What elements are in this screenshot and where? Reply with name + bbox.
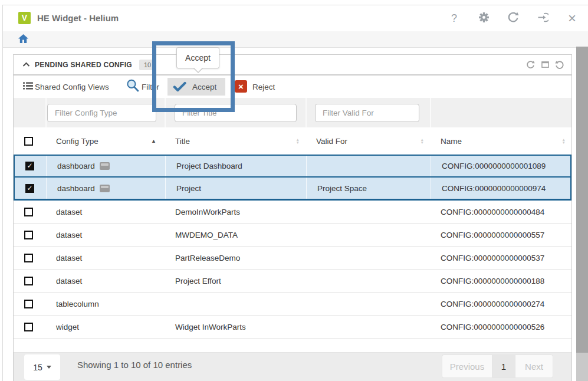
showing-entries-text: Showing 1 to 10 of 10 entries	[77, 353, 192, 377]
row-checkbox[interactable]	[24, 323, 33, 331]
row-checkbox[interactable]	[24, 231, 33, 239]
config-type-value: dataset	[56, 277, 82, 285]
count-badge: 10	[139, 60, 156, 70]
title-value: MWDEMO_DATA	[165, 224, 306, 246]
pending-shared-config-header: PENDING SHARED CONFIG 10	[13, 54, 572, 75]
sort-icon: ▲▼	[296, 138, 306, 144]
row-checkbox[interactable]	[24, 254, 33, 262]
row-checkbox[interactable]	[24, 300, 33, 308]
config-type-value: widget	[56, 323, 79, 331]
title-value: DemoInWorkParts	[165, 201, 306, 223]
filter-title-input[interactable]	[175, 104, 297, 122]
valid-for-value	[306, 270, 430, 292]
valid-for-value	[306, 201, 430, 223]
table-header-row: Config Type ▲ Title ▲▼ Valid For ▲▼ Name…	[14, 127, 571, 155]
refresh-icon	[507, 11, 519, 25]
exit-button[interactable]	[536, 11, 549, 25]
table-row[interactable]: dataset DemoInWorkParts CONFIG:000000000…	[14, 201, 571, 224]
row-checkbox[interactable]: ✓	[25, 184, 34, 193]
valid-for-value	[306, 224, 430, 246]
sync-button[interactable]	[525, 60, 535, 70]
panel-title: PENDING SHARED CONFIG	[35, 61, 132, 69]
settings-button[interactable]	[477, 11, 490, 25]
row-checkbox[interactable]	[24, 277, 33, 285]
collapse-button[interactable]	[22, 62, 30, 67]
table-row[interactable]: ✓ dashboard Project Project Space CONFIG…	[14, 178, 571, 201]
config-type-value: dataset	[56, 208, 82, 216]
table-row[interactable]: dataset Project Effort CONFIG:0000000000…	[14, 270, 571, 293]
accept-tooltip: Accept	[176, 47, 219, 68]
undo-icon	[555, 60, 564, 70]
reject-button[interactable]: Reject	[252, 83, 275, 91]
table-row[interactable]: widget Widget InWorkParts CONFIG:0000000…	[14, 316, 571, 339]
column-separator	[430, 98, 431, 127]
column-header-valid-for[interactable]: Valid For ▲▼	[306, 127, 430, 155]
close-button[interactable]: ×	[566, 11, 579, 25]
reset-button[interactable]	[555, 60, 564, 70]
close-icon: ×	[568, 12, 576, 24]
table-body: ✓ dashboard Project Dashboard CONFIG:000…	[14, 155, 571, 339]
filter-button[interactable]: Filter	[142, 83, 159, 91]
refresh-button[interactable]	[507, 11, 520, 25]
check-icon	[173, 81, 186, 92]
dashboard-icon	[100, 162, 110, 170]
sign-out-icon	[537, 12, 548, 25]
vertical-scrollbar[interactable]	[576, 47, 588, 381]
table-row[interactable]: dataset PartReleaseDemo CONFIG:000000000…	[14, 247, 571, 270]
page-size-value: 15	[33, 363, 42, 372]
config-type-value: dataset	[56, 254, 82, 262]
table-row[interactable]: dataset MWDEMO_DATA CONFIG:0000000000000…	[14, 224, 571, 247]
help-button[interactable]: ?	[448, 11, 461, 25]
filter-config-type-input[interactable]	[47, 104, 156, 122]
chevron-down-icon	[47, 366, 51, 369]
select-all-checkbox[interactable]	[24, 137, 33, 146]
list-icon[interactable]	[23, 81, 33, 92]
title-value: Widget InWorkParts	[165, 316, 306, 338]
valid-for-value	[306, 316, 430, 338]
maximize-button[interactable]	[540, 60, 550, 70]
current-page-button[interactable]: 1	[492, 354, 515, 378]
page-size-select[interactable]: 15	[24, 354, 60, 380]
row-checkbox[interactable]: ✓	[25, 162, 34, 170]
valid-for-value	[306, 293, 430, 315]
reject-x-icon[interactable]: ×	[235, 80, 247, 93]
accept-button[interactable]: Accept	[167, 78, 225, 96]
toolbar: Shared Config Views Filter Accept × Reje…	[14, 75, 571, 98]
title-value: Project Dashboard	[166, 156, 307, 176]
search-icon[interactable]	[126, 79, 139, 95]
shared-config-views-button[interactable]: Shared Config Views	[35, 83, 109, 91]
name-value: CONFIG:0000000000000557	[430, 224, 571, 246]
title-value: Project Effort	[165, 270, 306, 292]
scrollbar-thumb[interactable]	[576, 47, 588, 353]
name-value: CONFIG:0000000000000274	[430, 293, 571, 315]
row-checkbox[interactable]	[24, 208, 33, 216]
dashboard-icon	[100, 185, 110, 192]
column-header-title[interactable]: Title ▲▼	[165, 127, 306, 155]
tooltip-text: Accept	[185, 53, 211, 63]
sort-icon: ▲▼	[421, 138, 430, 144]
title-bar: V HE Widget - Helium ?	[3, 5, 588, 31]
valid-for-value	[306, 247, 430, 269]
valid-for-value	[307, 156, 431, 176]
column-header-name[interactable]: Name ▲▼	[430, 127, 571, 155]
table-row[interactable]: tablecolumn CONFIG:0000000000000274	[14, 293, 571, 316]
window-icon	[541, 61, 549, 68]
name-value: CONFIG:0000000000000526	[430, 316, 571, 338]
app-window: V HE Widget - Helium ?	[0, 0, 588, 381]
filter-valid-for-input[interactable]	[315, 104, 419, 122]
pending-shared-config-panel: Shared Config Views Filter Accept × Reje…	[13, 75, 572, 381]
help-icon: ?	[451, 12, 457, 25]
home-button[interactable]	[18, 34, 29, 44]
column-header-config-type[interactable]: Config Type ▲	[45, 127, 165, 155]
next-page-button[interactable]: Next	[515, 354, 553, 378]
column-separator	[306, 98, 307, 127]
column-separator	[45, 98, 47, 127]
table-row[interactable]: ✓ dashboard Project Dashboard CONFIG:000…	[14, 155, 571, 178]
name-value: CONFIG:0000000000000537	[430, 247, 571, 269]
chevron-up-icon	[22, 62, 30, 67]
previous-page-button[interactable]: Previous	[442, 354, 492, 378]
accept-label: Accept	[192, 83, 216, 91]
title-value: PartReleaseDemo	[165, 247, 306, 269]
config-type-value: dataset	[56, 231, 82, 239]
home-icon	[18, 35, 28, 45]
